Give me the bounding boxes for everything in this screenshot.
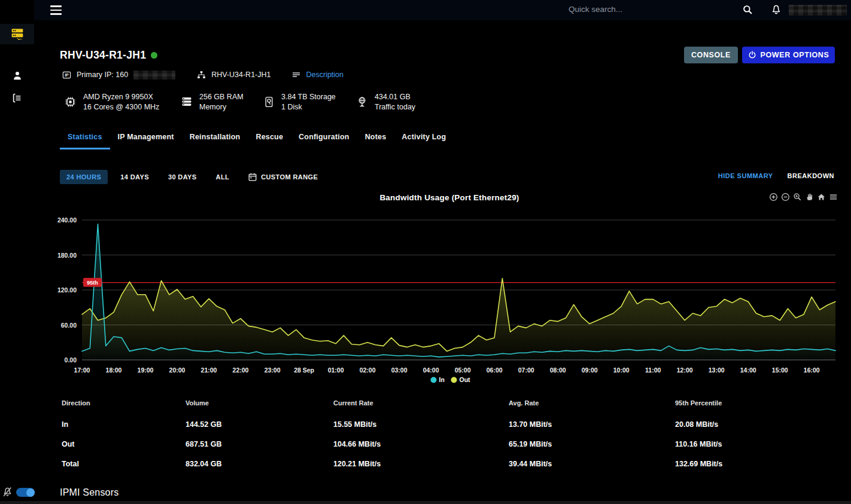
spec-ram: 256 GB RAMMemory xyxy=(181,93,244,111)
home-reset-icon[interactable] xyxy=(817,193,826,204)
svg-text:08:00: 08:00 xyxy=(550,366,566,374)
summary-links: HIDE SUMMARY BREAKDOWN xyxy=(718,172,834,179)
description-lines-icon xyxy=(292,71,300,78)
spec-ram-line2: Memory xyxy=(199,103,244,111)
tab-rescue[interactable]: Rescue xyxy=(248,130,291,149)
sidebar-item-servers[interactable] xyxy=(0,24,34,44)
notifications-muted-icon[interactable] xyxy=(2,487,13,500)
traffic-summary-table: Direction Volume Current Rate Avg. Rate … xyxy=(60,399,837,474)
svg-text:16:00: 16:00 xyxy=(804,366,820,374)
list-icon xyxy=(12,93,22,103)
time-range-bar: 24 HOURS 14 DAYS 30 DAYS ALL CUSTOM RANG… xyxy=(60,169,324,185)
ip-redacted xyxy=(133,71,175,80)
person-icon xyxy=(12,71,23,81)
svg-text:95th: 95th xyxy=(87,280,98,286)
spec-traffic-line2: Traffic today xyxy=(375,103,415,111)
tab-configuration[interactable]: Configuration xyxy=(291,130,357,149)
range-30-days-button[interactable]: 30 DAYS xyxy=(162,170,203,184)
custom-range-button[interactable]: CUSTOM RANGE xyxy=(242,169,324,185)
ipmi-sensors-section: IPMI Sensors xyxy=(0,485,851,501)
zoom-out-icon[interactable] xyxy=(781,193,790,204)
svg-text:10:00: 10:00 xyxy=(613,366,630,374)
svg-text:240.00: 240.00 xyxy=(57,216,77,224)
svg-text:05:00: 05:00 xyxy=(455,366,471,374)
calendar-icon xyxy=(248,173,257,181)
spec-storage-line1: 3.84 TB Storage xyxy=(281,93,336,101)
ipmi-toggle[interactable] xyxy=(16,488,35,497)
primary-ip-label: Primary IP: 160 xyxy=(77,71,128,79)
svg-text:01:00: 01:00 xyxy=(328,366,344,374)
row-total-current: 120.21 MBit/s xyxy=(333,454,509,474)
ip-badge-icon: IP xyxy=(62,71,71,80)
svg-text:07:00: 07:00 xyxy=(518,366,534,374)
box-zoom-icon[interactable] xyxy=(793,193,802,204)
chart-modebar xyxy=(769,193,838,204)
server-meta-row: IP Primary IP: 160 RHV-U34-R1-JH1 Descri… xyxy=(62,70,344,80)
ram-icon xyxy=(181,96,192,107)
svg-text:12:00: 12:00 xyxy=(677,366,693,374)
row-in-volume: 144.52 GB xyxy=(186,415,333,435)
bandwidth-chart-canvas[interactable]: 0.0060.00120.00180.00240.0095th17:0018:0… xyxy=(54,212,845,389)
row-out-volume: 687.51 GB xyxy=(186,435,333,454)
user-name-redacted[interactable] xyxy=(789,5,847,16)
cpu-icon xyxy=(65,96,76,108)
tab-ip-management[interactable]: IP Management xyxy=(110,130,182,149)
svg-text:14:00: 14:00 xyxy=(740,366,756,374)
menu-icon[interactable] xyxy=(50,5,62,15)
tab-bar: Statistics IP Management Reinstallation … xyxy=(60,130,454,149)
row-in-p95: 20.08 MBit/s xyxy=(675,415,837,435)
svg-text:60.00: 60.00 xyxy=(61,322,77,329)
tab-statistics[interactable]: Statistics xyxy=(60,130,110,149)
spec-traffic: 434.01 GBTraffic today xyxy=(357,93,415,111)
tab-reinstallation[interactable]: Reinstallation xyxy=(182,130,248,149)
chart-title: Bandwidth Usage (Port Ethernet29) xyxy=(54,193,845,202)
svg-text:21:00: 21:00 xyxy=(201,366,217,374)
page-title: RHV-U34-R1-JH1 xyxy=(60,49,157,62)
spec-cpu-line1: AMD Ryzen 9 9950X xyxy=(83,93,159,101)
row-out-p95: 110.16 MBit/s xyxy=(675,435,837,454)
description-link[interactable]: Description xyxy=(306,71,344,79)
col-current-rate: Current Rate xyxy=(333,399,509,415)
pan-hand-icon[interactable] xyxy=(805,193,814,204)
sidebar-item-logs[interactable] xyxy=(0,88,34,108)
tab-activity-log[interactable]: Activity Log xyxy=(394,130,454,149)
col-direction: Direction xyxy=(62,399,186,415)
spec-storage: 3.84 TB Storage1 Disk xyxy=(264,93,336,111)
hide-summary-link[interactable]: HIDE SUMMARY xyxy=(718,172,773,179)
power-icon xyxy=(748,51,756,59)
hostname-label: RHV-U34-R1-JH1 xyxy=(211,71,271,79)
row-in-current: 15.55 MBit/s xyxy=(333,415,509,435)
svg-text:02:00: 02:00 xyxy=(360,366,376,374)
chart-menu-icon[interactable] xyxy=(829,193,838,204)
row-total-volume: 832.04 GB xyxy=(186,454,333,474)
range-all-button[interactable]: ALL xyxy=(209,170,236,184)
row-in-direction: In xyxy=(62,415,186,435)
search-icon[interactable] xyxy=(742,4,753,17)
svg-text:04:00: 04:00 xyxy=(423,366,439,374)
quick-search-input[interactable]: Quick search... xyxy=(569,5,622,14)
page: Quick search... xyxy=(0,0,851,504)
power-options-button[interactable]: POWER OPTIONS xyxy=(742,47,835,63)
row-out-avg: 65.19 MBit/s xyxy=(509,435,675,454)
svg-text:17:00: 17:00 xyxy=(74,366,90,374)
row-out-current: 104.66 MBit/s xyxy=(333,435,509,454)
svg-text:In: In xyxy=(439,376,445,383)
toggle-knob xyxy=(26,488,35,497)
top-bar: Quick search... xyxy=(34,0,851,20)
sidebar-item-account[interactable] xyxy=(0,65,34,85)
zoom-in-icon[interactable] xyxy=(769,193,778,204)
range-24-hours-button[interactable]: 24 HOURS xyxy=(60,170,108,184)
tab-notes[interactable]: Notes xyxy=(357,130,394,149)
bandwidth-chart[interactable]: 0.0060.00120.00180.00240.0095th17:0018:0… xyxy=(54,212,845,389)
notifications-bell-icon[interactable] xyxy=(771,4,782,18)
svg-text:18:00: 18:00 xyxy=(106,366,122,374)
svg-text:IP: IP xyxy=(65,73,69,77)
server-name: RHV-U34-R1-JH1 xyxy=(60,49,146,61)
console-button[interactable]: CONSOLE xyxy=(684,47,738,63)
range-14-days-button[interactable]: 14 DAYS xyxy=(114,170,156,184)
svg-text:15:00: 15:00 xyxy=(772,366,788,374)
server-stack-icon xyxy=(11,28,24,40)
breakdown-link[interactable]: BREAKDOWN xyxy=(788,172,834,179)
row-total-direction: Total xyxy=(62,454,186,474)
svg-text:22:00: 22:00 xyxy=(233,366,249,374)
